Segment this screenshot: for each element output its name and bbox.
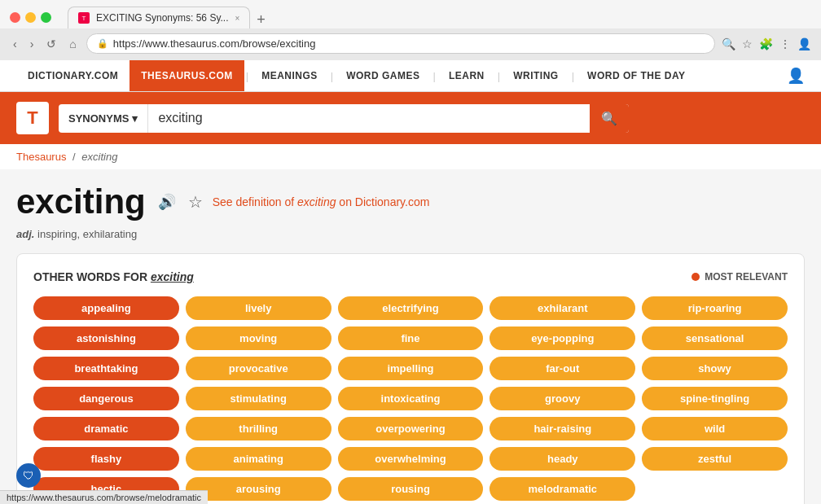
synonym-tag[interactable]: dangerous	[33, 387, 179, 410]
synonym-tag[interactable]: sensational	[642, 327, 788, 350]
search-type-label: SYNONYMS	[68, 112, 129, 125]
word-pos: adj. inspiring, exhilarating	[16, 228, 805, 240]
audio-button[interactable]: 🔊	[156, 191, 178, 213]
new-tab-button[interactable]: +	[250, 11, 272, 28]
close-traffic-light[interactable]	[10, 12, 20, 23]
nav-word-games[interactable]: WORD GAMES	[335, 60, 431, 91]
search-type-dropdown[interactable]: SYNONYMS ▾	[59, 104, 148, 133]
synonym-tag[interactable]: heady	[490, 447, 635, 471]
synonym-tag[interactable]: flashy	[33, 447, 179, 471]
address-text: https://www.thesaurus.com/browse/excitin…	[113, 37, 705, 50]
tab-close-button[interactable]: ×	[235, 14, 240, 23]
synonym-tag[interactable]: thrilling	[186, 417, 331, 440]
card-header: OTHER WORDS FOR exciting MOST RELEVANT	[33, 270, 788, 283]
synonym-tag[interactable]: zestful	[642, 447, 788, 471]
synonym-tag[interactable]: fine	[338, 327, 484, 350]
browser-actions: 🔍 ☆ 🧩 ⋮ 👤	[722, 37, 811, 50]
breadcrumb-word: exciting	[81, 151, 117, 163]
relevance-dot	[691, 273, 700, 281]
word-description: inspiring, exhilarating	[37, 228, 137, 240]
synonym-tag[interactable]: showy	[642, 357, 788, 380]
extensions-icon[interactable]: 🧩	[759, 37, 773, 50]
synonym-tag[interactable]: moving	[186, 327, 331, 350]
lock-icon: 🔒	[97, 38, 108, 49]
synonym-tag[interactable]: overpowering	[338, 417, 484, 440]
bookmarks-icon[interactable]: ☆	[742, 37, 753, 50]
synonym-tag[interactable]: intoxicating	[338, 387, 484, 410]
nav-thesaurus[interactable]: THESAURUS.COM	[130, 60, 244, 91]
synonym-tag[interactable]: groovy	[490, 387, 635, 410]
address-bar[interactable]: 🔒 https://www.thesaurus.com/browse/excit…	[86, 33, 715, 54]
search-magnifier-icon: 🔍	[601, 112, 617, 125]
synonym-tag[interactable]: eye-popping	[490, 327, 635, 350]
dict-link-word: exciting	[297, 195, 336, 208]
status-bar: https://www.thesaurus.com/browse/melodra…	[0, 490, 208, 504]
synonym-tag[interactable]: far-out	[490, 357, 635, 380]
synonym-tag[interactable]: astonishing	[33, 327, 179, 350]
card-title-prefix: OTHER WORDS FOR	[33, 270, 151, 283]
synonym-tag[interactable]: dramatic	[33, 417, 179, 440]
most-relevant-label: MOST RELEVANT	[691, 271, 788, 283]
shield-icon: 🛡	[23, 469, 34, 482]
synonym-tag[interactable]: exhilarant	[490, 296, 635, 320]
tab-bar: T EXCITING Synonyms: 56 Sy... × +	[68, 7, 811, 28]
nav-learn[interactable]: LEARN	[437, 60, 496, 91]
synonym-tag[interactable]: melodramatic	[490, 477, 635, 501]
search-box: SYNONYMS ▾ 🔍	[59, 104, 629, 133]
search-action-icon[interactable]: 🔍	[722, 37, 735, 50]
synonym-tag[interactable]: lively	[186, 296, 331, 320]
menu-dots-icon[interactable]: ⋮	[779, 37, 791, 50]
breadcrumb: Thesaurus / exciting	[0, 144, 821, 169]
synonym-tag[interactable]: stimulating	[186, 387, 331, 410]
breadcrumb-thesaurus-link[interactable]: Thesaurus	[16, 151, 66, 163]
synonym-tag[interactable]: appealing	[33, 296, 179, 320]
synonyms-card: OTHER WORDS FOR exciting MOST RELEVANT a…	[16, 253, 805, 504]
synonym-tag[interactable]: overwhelming	[338, 447, 484, 471]
breadcrumb-separator: /	[72, 151, 76, 163]
main-content: exciting 🔊 ☆ See definition of exciting …	[0, 169, 821, 504]
bookmark-button[interactable]: ☆	[188, 192, 203, 212]
forward-button[interactable]: ›	[27, 36, 37, 52]
synonym-tag[interactable]: wild	[642, 417, 788, 440]
site-navigation: DICTIONARY.COM THESAURUS.COM | MEANINGS …	[0, 60, 821, 92]
traffic-lights	[10, 12, 51, 23]
synonym-tag[interactable]: spine-tingling	[642, 387, 788, 410]
browser-titlebar: T EXCITING Synonyms: 56 Sy... × +	[0, 0, 821, 28]
profile-icon[interactable]: 👤	[797, 37, 811, 50]
synonym-tag[interactable]: animating	[186, 447, 331, 471]
synonym-tag[interactable]: electrifying	[338, 296, 484, 320]
nav-meanings[interactable]: MEANINGS	[250, 60, 329, 91]
nav-dictionary[interactable]: DICTIONARY.COM	[16, 60, 130, 91]
nav-writing[interactable]: WRITING	[502, 60, 570, 91]
home-button[interactable]: ⌂	[66, 36, 79, 52]
chevron-down-icon: ▾	[132, 112, 138, 125]
synonym-tag[interactable]: hair-raising	[490, 417, 635, 440]
address-bar-row: ‹ › ↺ ⌂ 🔒 https://www.thesaurus.com/brow…	[0, 28, 821, 60]
word-part-of-speech: adj.	[16, 228, 34, 240]
user-icon[interactable]: 👤	[787, 67, 805, 85]
refresh-button[interactable]: ↺	[43, 36, 59, 52]
back-button[interactable]: ‹	[10, 36, 20, 52]
synonym-tag[interactable]: rip-roaring	[642, 296, 788, 320]
speaker-icon: 🔊	[158, 193, 176, 211]
synonym-tag[interactable]: impelling	[338, 357, 484, 380]
tab-title: EXCITING Synonyms: 56 Sy...	[96, 12, 229, 24]
search-button[interactable]: 🔍	[590, 104, 629, 133]
site-logo: T	[16, 102, 49, 134]
star-icon: ☆	[188, 193, 203, 211]
search-header: T SYNONYMS ▾ 🔍	[0, 92, 821, 144]
synonym-tag[interactable]: rousing	[338, 477, 484, 501]
active-tab[interactable]: T EXCITING Synonyms: 56 Sy... ×	[68, 7, 250, 28]
minimize-traffic-light[interactable]	[25, 12, 36, 23]
maximize-traffic-light[interactable]	[41, 12, 51, 23]
synonym-tag[interactable]: breathtaking	[33, 357, 179, 380]
nav-word-of-day[interactable]: WORD OF THE DAY	[576, 60, 696, 91]
word-title-row: exciting 🔊 ☆ See definition of exciting …	[16, 182, 805, 221]
dictionary-link[interactable]: See definition of exciting on Dictionary…	[213, 195, 430, 208]
synonym-tag[interactable]: provocative	[186, 357, 331, 380]
search-input[interactable]	[148, 104, 590, 133]
browser-chrome: T EXCITING Synonyms: 56 Sy... × + ‹ › ↺ …	[0, 0, 821, 60]
status-url: https://www.thesaurus.com/browse/melodra…	[7, 493, 201, 502]
most-relevant-text: MOST RELEVANT	[705, 271, 788, 283]
shield-badge: 🛡	[16, 463, 41, 488]
